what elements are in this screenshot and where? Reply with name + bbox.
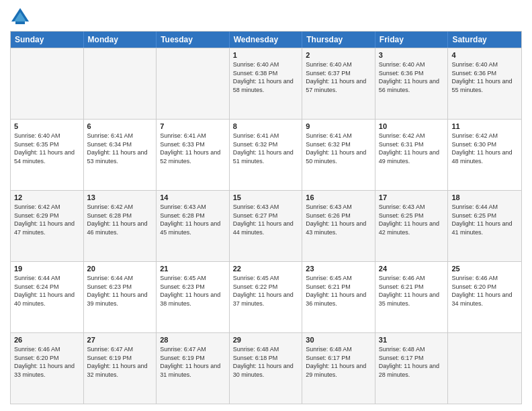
calendar-cell-4-5: 31Sunrise: 6:48 AM Sunset: 6:17 PM Dayli…: [375, 333, 449, 404]
calendar-cell-0-2: [157, 48, 230, 119]
calendar-cell-4-0: 26Sunrise: 6:46 AM Sunset: 6:20 PM Dayli…: [11, 333, 84, 404]
calendar-cell-0-3: 1Sunrise: 6:40 AM Sunset: 6:38 PM Daylig…: [230, 48, 303, 119]
cell-info: Sunrise: 6:45 AM Sunset: 6:23 PM Dayligh…: [160, 274, 226, 308]
weekday-header-wednesday: Wednesday: [230, 32, 303, 48]
cell-info: Sunrise: 6:46 AM Sunset: 6:20 PM Dayligh…: [451, 274, 518, 308]
calendar-cell-2-5: 17Sunrise: 6:43 AM Sunset: 6:25 PM Dayli…: [375, 191, 449, 261]
calendar-cell-3-5: 24Sunrise: 6:46 AM Sunset: 6:21 PM Dayli…: [375, 262, 449, 332]
day-number: 13: [87, 193, 153, 201]
day-number: 10: [379, 122, 445, 130]
cell-info: Sunrise: 6:47 AM Sunset: 6:19 PM Dayligh…: [160, 345, 226, 379]
calendar-cell-0-5: 3Sunrise: 6:40 AM Sunset: 6:36 PM Daylig…: [375, 48, 449, 119]
cell-info: Sunrise: 6:43 AM Sunset: 6:26 PM Dayligh…: [306, 203, 371, 236]
calendar-cell-4-1: 27Sunrise: 6:47 AM Sunset: 6:19 PM Dayli…: [84, 333, 157, 404]
calendar-row-2: 12Sunrise: 6:42 AM Sunset: 6:29 PM Dayli…: [11, 190, 521, 261]
day-number: 6: [87, 122, 153, 130]
cell-info: Sunrise: 6:44 AM Sunset: 6:23 PM Dayligh…: [87, 274, 153, 308]
day-number: 15: [233, 193, 299, 201]
cell-info: Sunrise: 6:41 AM Sunset: 6:33 PM Dayligh…: [160, 132, 226, 165]
cell-info: Sunrise: 6:41 AM Sunset: 6:32 PM Dayligh…: [306, 132, 371, 165]
calendar-cell-2-0: 12Sunrise: 6:42 AM Sunset: 6:29 PM Dayli…: [11, 191, 84, 261]
cell-info: Sunrise: 6:40 AM Sunset: 6:36 PM Dayligh…: [451, 60, 518, 94]
weekday-header-saturday: Saturday: [448, 32, 521, 48]
calendar-cell-4-3: 29Sunrise: 6:48 AM Sunset: 6:18 PM Dayli…: [230, 333, 303, 404]
calendar-row-1: 5Sunrise: 6:40 AM Sunset: 6:35 PM Daylig…: [11, 119, 521, 190]
day-number: 31: [379, 336, 445, 344]
cell-info: Sunrise: 6:42 AM Sunset: 6:28 PM Dayligh…: [87, 203, 153, 236]
cell-info: Sunrise: 6:44 AM Sunset: 6:25 PM Dayligh…: [451, 203, 518, 236]
cell-info: Sunrise: 6:45 AM Sunset: 6:22 PM Dayligh…: [233, 274, 299, 308]
calendar-cell-2-3: 15Sunrise: 6:43 AM Sunset: 6:27 PM Dayli…: [230, 191, 303, 261]
calendar-cell-3-3: 22Sunrise: 6:45 AM Sunset: 6:22 PM Dayli…: [230, 262, 303, 332]
cell-info: Sunrise: 6:40 AM Sunset: 6:38 PM Dayligh…: [233, 60, 299, 94]
day-number: 26: [14, 336, 80, 344]
day-number: 9: [306, 122, 371, 130]
day-number: 4: [451, 51, 518, 59]
cell-info: Sunrise: 6:42 AM Sunset: 6:31 PM Dayligh…: [379, 132, 445, 165]
calendar-cell-1-4: 9Sunrise: 6:41 AM Sunset: 6:32 PM Daylig…: [302, 120, 375, 190]
day-number: 3: [379, 51, 445, 59]
cell-info: Sunrise: 6:42 AM Sunset: 6:29 PM Dayligh…: [14, 203, 80, 236]
day-number: 22: [233, 265, 299, 273]
calendar-cell-3-4: 23Sunrise: 6:45 AM Sunset: 6:21 PM Dayli…: [302, 262, 375, 332]
cell-info: Sunrise: 6:46 AM Sunset: 6:20 PM Dayligh…: [14, 345, 80, 379]
calendar-cell-3-6: 25Sunrise: 6:46 AM Sunset: 6:20 PM Dayli…: [448, 262, 521, 332]
day-number: 14: [160, 193, 226, 201]
day-number: 8: [233, 122, 299, 130]
logo: [10, 7, 33, 27]
day-number: 1: [233, 51, 299, 59]
day-number: 2: [306, 51, 371, 59]
calendar-row-3: 19Sunrise: 6:44 AM Sunset: 6:24 PM Dayli…: [11, 261, 521, 332]
day-number: 21: [160, 265, 226, 273]
cell-info: Sunrise: 6:40 AM Sunset: 6:37 PM Dayligh…: [306, 60, 371, 94]
cell-info: Sunrise: 6:43 AM Sunset: 6:25 PM Dayligh…: [379, 203, 445, 236]
day-number: 20: [87, 265, 153, 273]
calendar-row-4: 26Sunrise: 6:46 AM Sunset: 6:20 PM Dayli…: [11, 332, 521, 404]
day-number: 27: [87, 336, 153, 344]
calendar-cell-1-5: 10Sunrise: 6:42 AM Sunset: 6:31 PM Dayli…: [375, 120, 449, 190]
cell-info: Sunrise: 6:40 AM Sunset: 6:35 PM Dayligh…: [14, 132, 80, 165]
cell-info: Sunrise: 6:41 AM Sunset: 6:32 PM Dayligh…: [233, 132, 299, 165]
calendar-body: 1Sunrise: 6:40 AM Sunset: 6:38 PM Daylig…: [11, 48, 521, 404]
calendar-cell-0-4: 2Sunrise: 6:40 AM Sunset: 6:37 PM Daylig…: [302, 48, 375, 119]
calendar-cell-3-1: 20Sunrise: 6:44 AM Sunset: 6:23 PM Dayli…: [84, 262, 157, 332]
day-number: 5: [14, 122, 80, 130]
cell-info: Sunrise: 6:45 AM Sunset: 6:21 PM Dayligh…: [306, 274, 371, 308]
day-number: 7: [160, 122, 226, 130]
page: SundayMondayTuesdayWednesdayThursdayFrid…: [0, 0, 532, 411]
cell-info: Sunrise: 6:41 AM Sunset: 6:34 PM Dayligh…: [87, 132, 153, 165]
day-number: 16: [306, 193, 371, 201]
cell-info: Sunrise: 6:48 AM Sunset: 6:17 PM Dayligh…: [379, 345, 445, 379]
header: [10, 7, 522, 27]
calendar-cell-4-4: 30Sunrise: 6:48 AM Sunset: 6:17 PM Dayli…: [302, 333, 375, 404]
cell-info: Sunrise: 6:48 AM Sunset: 6:17 PM Dayligh…: [306, 345, 371, 379]
cell-info: Sunrise: 6:43 AM Sunset: 6:27 PM Dayligh…: [233, 203, 299, 236]
day-number: 19: [14, 265, 80, 273]
calendar-cell-3-2: 21Sunrise: 6:45 AM Sunset: 6:23 PM Dayli…: [157, 262, 230, 332]
calendar-cell-1-3: 8Sunrise: 6:41 AM Sunset: 6:32 PM Daylig…: [230, 120, 303, 190]
day-number: 18: [451, 193, 518, 201]
calendar-cell-0-6: 4Sunrise: 6:40 AM Sunset: 6:36 PM Daylig…: [448, 48, 521, 119]
calendar-cell-4-2: 28Sunrise: 6:47 AM Sunset: 6:19 PM Dayli…: [157, 333, 230, 404]
logo-icon: [10, 7, 30, 27]
weekday-header-monday: Monday: [84, 32, 157, 48]
weekday-header-friday: Friday: [375, 32, 449, 48]
calendar-cell-4-6: [448, 333, 521, 404]
day-number: 30: [306, 336, 371, 344]
cell-info: Sunrise: 6:40 AM Sunset: 6:36 PM Dayligh…: [379, 60, 445, 94]
calendar-cell-2-4: 16Sunrise: 6:43 AM Sunset: 6:26 PM Dayli…: [302, 191, 375, 261]
calendar-cell-1-0: 5Sunrise: 6:40 AM Sunset: 6:35 PM Daylig…: [11, 120, 84, 190]
calendar: SundayMondayTuesdayWednesdayThursdayFrid…: [10, 31, 522, 404]
day-number: 23: [306, 265, 371, 273]
calendar-cell-1-1: 6Sunrise: 6:41 AM Sunset: 6:34 PM Daylig…: [84, 120, 157, 190]
day-number: 12: [14, 193, 80, 201]
day-number: 28: [160, 336, 226, 344]
calendar-cell-2-6: 18Sunrise: 6:44 AM Sunset: 6:25 PM Dayli…: [448, 191, 521, 261]
cell-info: Sunrise: 6:44 AM Sunset: 6:24 PM Dayligh…: [14, 274, 80, 308]
calendar-cell-1-2: 7Sunrise: 6:41 AM Sunset: 6:33 PM Daylig…: [157, 120, 230, 190]
calendar-row-0: 1Sunrise: 6:40 AM Sunset: 6:38 PM Daylig…: [11, 48, 521, 119]
svg-rect-2: [15, 21, 25, 24]
day-number: 24: [379, 265, 445, 273]
calendar-header-row: SundayMondayTuesdayWednesdayThursdayFrid…: [11, 32, 521, 48]
weekday-header-tuesday: Tuesday: [157, 32, 230, 48]
